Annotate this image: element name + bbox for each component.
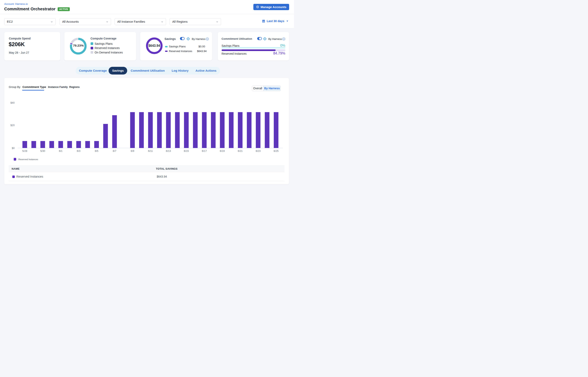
svg-text:6/23: 6/23: [255, 150, 260, 153]
svg-text:6/13: 6/13: [166, 150, 171, 153]
svg-text:$0: $0: [12, 147, 15, 150]
svg-text:5/30: 5/30: [40, 150, 45, 153]
svg-text:6/7: 6/7: [113, 150, 116, 153]
svg-text:6/15: 6/15: [184, 150, 189, 153]
svg-text:5/28: 5/28: [22, 150, 27, 153]
svg-text:6/17: 6/17: [202, 150, 207, 153]
svg-text:$40: $40: [11, 101, 15, 104]
svg-text:6/25: 6/25: [274, 150, 278, 153]
svg-text:$20: $20: [11, 124, 15, 127]
svg-text:6/5: 6/5: [95, 150, 98, 153]
svg-text:6/19: 6/19: [220, 150, 225, 153]
svg-text:6/1: 6/1: [59, 150, 62, 153]
svg-text:6/3: 6/3: [77, 150, 80, 153]
svg-text:6/11: 6/11: [148, 150, 153, 153]
svg-text:6/9: 6/9: [131, 150, 134, 153]
svg-text:6/21: 6/21: [238, 150, 243, 153]
